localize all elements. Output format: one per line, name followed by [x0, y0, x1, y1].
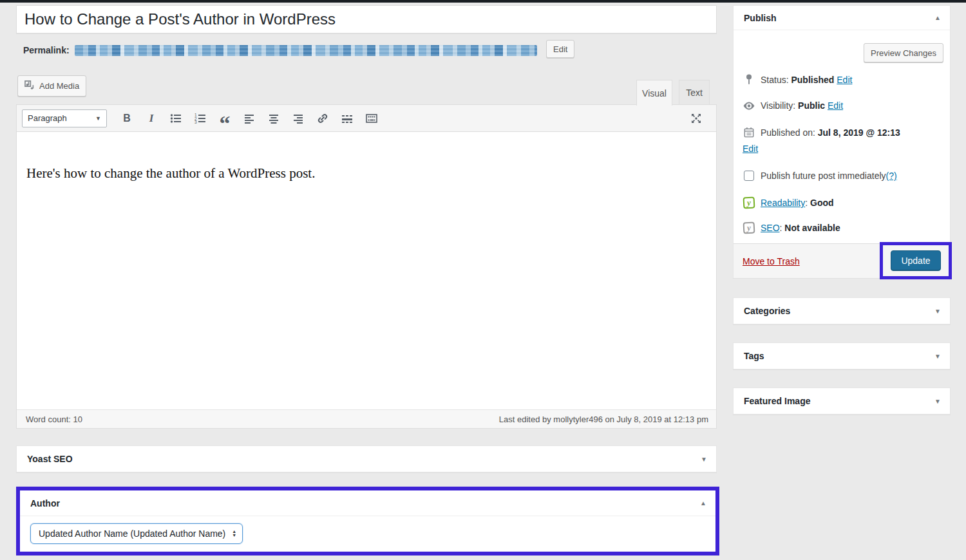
featured-image-panel: Featured Image ▼ — [733, 387, 951, 415]
chevron-up-icon[interactable]: ▲ — [700, 499, 706, 507]
link-icon[interactable] — [312, 109, 334, 128]
pushpin-icon — [743, 74, 755, 85]
editor-content-area[interactable]: Here's how to change the author of a Wor… — [17, 132, 716, 410]
read-more-icon[interactable] — [336, 109, 358, 128]
author-select-value: Updated Author Name (Updated Author Name… — [39, 528, 225, 539]
published-on-row: Published on: Jul 8, 2019 @ 12:13 — [743, 127, 900, 138]
yoast-seo-panel-title: Yoast SEO — [27, 454, 73, 464]
post-content-editor: Paragraph ▼ B I 1 2 3 “ — [16, 104, 717, 429]
permalink-url-redacted[interactable] — [75, 45, 537, 56]
author-select[interactable]: Updated Author Name (Updated Author Name… — [30, 523, 243, 544]
select-stepper-icon: ▲▼ — [232, 530, 236, 537]
categories-panel-header[interactable]: Categories ▼ — [734, 298, 950, 324]
featured-image-panel-title: Featured Image — [744, 396, 810, 406]
bulleted-list-icon[interactable] — [165, 109, 187, 128]
yoast-seo-panel: Yoast SEO ▼ — [16, 445, 717, 472]
readability-row: y Readability: Good — [743, 197, 834, 209]
move-to-trash-link[interactable]: Move to Trash — [743, 256, 800, 266]
future-post-text: Publish future post immediately(?) — [761, 171, 897, 181]
status-row: Status: Published Edit — [743, 74, 852, 85]
permalink-edit-button[interactable]: Edit — [546, 40, 574, 58]
post-title-input[interactable] — [16, 5, 717, 33]
bold-icon[interactable]: B — [116, 109, 138, 128]
numbered-list-icon[interactable]: 1 2 3 — [189, 109, 211, 128]
author-panel-header[interactable]: Author ▲ — [20, 490, 715, 516]
paragraph-format-dropdown[interactable]: Paragraph ▼ — [22, 109, 107, 127]
svg-text:3: 3 — [194, 120, 197, 124]
seo-link[interactable]: SEO — [761, 223, 780, 233]
add-media-label: Add Media — [39, 81, 79, 91]
future-post-row: Publish future post immediately(?) — [743, 171, 897, 181]
tags-panel-title: Tags — [744, 351, 764, 361]
align-left-icon[interactable] — [238, 109, 260, 128]
word-count: Word count: 10 — [26, 415, 82, 424]
preview-changes-button[interactable]: Preview Changes — [864, 43, 943, 62]
fullscreen-icon[interactable] — [685, 109, 707, 128]
update-button-annotation: Update — [880, 242, 952, 279]
chevron-down-icon[interactable]: ▼ — [934, 308, 941, 315]
permalink-label: Permalink: — [23, 45, 70, 55]
yoast-seo-panel-header[interactable]: Yoast SEO ▼ — [17, 446, 716, 472]
tab-visual[interactable]: Visual — [636, 80, 672, 106]
featured-image-panel-header[interactable]: Featured Image ▼ — [734, 388, 950, 414]
yoast-readability-icon: y — [743, 197, 755, 209]
categories-panel-title: Categories — [744, 306, 790, 316]
published-edit-link[interactable]: Edit — [743, 144, 758, 154]
visibility-row: Visibility: Public Edit — [743, 100, 843, 111]
status-edit-link[interactable]: Edit — [837, 75, 852, 85]
update-button[interactable]: Update — [891, 250, 940, 271]
seo-text: SEO: Not available — [761, 223, 840, 233]
author-panel-body: Updated Author Name (Updated Author Name… — [20, 516, 715, 551]
readability-link[interactable]: Readability — [761, 198, 805, 208]
author-panel-title: Author — [30, 498, 60, 509]
add-media-button[interactable]: Add Media — [17, 75, 86, 97]
toolbar-toggle-icon[interactable] — [361, 109, 383, 128]
align-right-icon[interactable] — [287, 109, 309, 128]
publish-panel: Publish ▲ Preview Changes Status: Publis… — [733, 5, 951, 278]
published-edit-line: Edit — [743, 144, 758, 154]
seo-row: y SEO: Not available — [743, 222, 840, 234]
italic-icon[interactable]: I — [140, 109, 162, 128]
last-edited-info: Last edited by mollytyler496 on July 8, … — [499, 415, 708, 424]
editor-status-bar: Word count: 10 Last edited by mollytyler… — [17, 409, 716, 428]
chevron-down-icon[interactable]: ▼ — [701, 456, 707, 463]
tab-text[interactable]: Text — [679, 80, 710, 105]
paragraph-format-label: Paragraph — [28, 113, 67, 123]
media-icon — [24, 80, 35, 92]
editor-toolbar: Paragraph ▼ B I 1 2 3 “ — [17, 105, 716, 132]
yoast-seo-icon: y — [743, 222, 755, 234]
status-text: Status: Published Edit — [761, 75, 852, 85]
eye-icon — [743, 102, 755, 110]
publish-panel-header[interactable]: Publish ▲ — [734, 6, 950, 30]
permalink-row: Permalink: — [23, 42, 537, 58]
dropdown-caret-icon: ▼ — [95, 115, 101, 122]
visibility-text: Visibility: Public Edit — [761, 100, 843, 111]
categories-panel: Categories ▼ — [733, 297, 951, 324]
tags-panel: Tags ▼ — [733, 342, 951, 369]
chevron-up-icon[interactable]: ▲ — [934, 14, 941, 21]
calendar-icon — [743, 127, 755, 138]
published-on-text: Published on: Jul 8, 2019 @ 12:13 — [761, 127, 900, 138]
post-body-paragraph[interactable]: Here's how to change the author of a Wor… — [26, 165, 716, 182]
chevron-down-icon[interactable]: ▼ — [934, 353, 941, 360]
publish-panel-title: Publish — [744, 13, 777, 23]
future-post-help-link[interactable]: (?) — [886, 171, 897, 181]
admin-bar-edge — [0, 0, 966, 3]
chevron-down-icon[interactable]: ▼ — [934, 398, 941, 405]
author-panel-annotation: Author ▲ Updated Author Name (Updated Au… — [16, 487, 719, 555]
readability-text: Readability: Good — [761, 198, 834, 208]
blockquote-icon[interactable]: “ — [214, 109, 236, 128]
visibility-edit-link[interactable]: Edit — [828, 100, 843, 111]
future-post-checkbox[interactable] — [744, 171, 754, 181]
wordpress-classic-editor: Permalink: Edit Add Media Visual Text Pa… — [0, 0, 966, 560]
align-center-icon[interactable] — [263, 109, 285, 128]
tags-panel-header[interactable]: Tags ▼ — [734, 343, 950, 369]
